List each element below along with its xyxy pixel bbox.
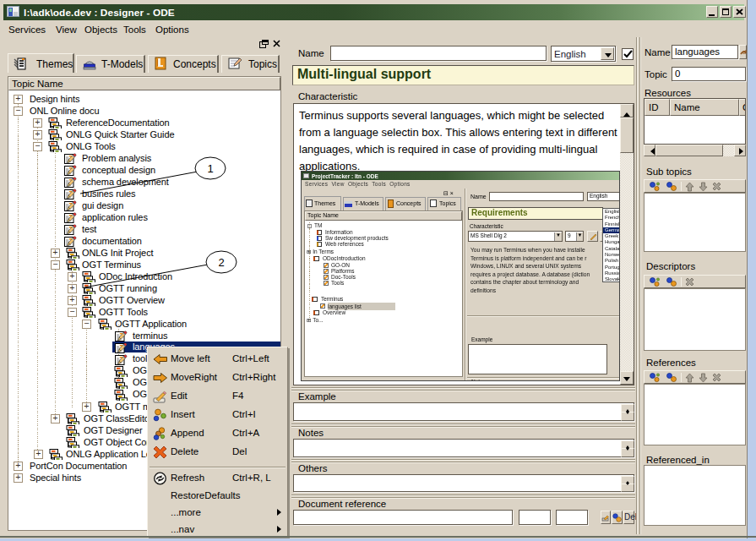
svg-text:2: 2 <box>218 256 224 269</box>
svg-text:1: 1 <box>207 162 213 175</box>
